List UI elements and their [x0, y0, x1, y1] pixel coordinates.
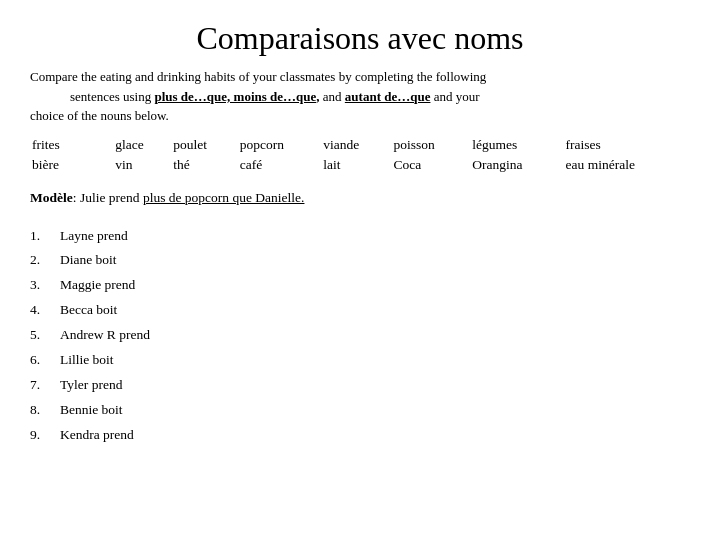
list-item: 3. Maggie prend	[30, 273, 690, 298]
noun-lait: lait	[323, 156, 391, 174]
exercises-list: 1. Layne prend 2. Diane boit 3. Maggie p…	[30, 224, 690, 449]
intro-line1: Compare the eating and drinking habits o…	[30, 69, 486, 84]
noun-vin: vin	[115, 156, 171, 174]
noun-cafe: café	[240, 156, 322, 174]
exercise-number-3: 3.	[30, 273, 60, 298]
noun-poisson: poisson	[394, 136, 471, 154]
noun-eau: eau minérale	[566, 156, 688, 174]
modele-colon: : Julie prend	[73, 190, 143, 205]
modele-section: Modèle: Julie prend plus de popcorn que …	[30, 190, 690, 206]
exercise-text-4: Becca boit	[60, 298, 690, 323]
noun-the: thé	[173, 156, 238, 174]
list-item: 1. Layne prend	[30, 224, 690, 249]
noun-fraises: fraises	[566, 136, 688, 154]
intro-bold1: plus de…que, moins de…que,	[154, 89, 319, 104]
noun-orangina: Orangina	[472, 156, 563, 174]
noun-popcorn: popcorn	[240, 136, 322, 154]
list-item: 6. Lillie boit	[30, 348, 690, 373]
nouns-table: frites glace poulet popcorn viande poiss…	[30, 134, 690, 176]
intro-indent: sentences using plus de…que, moins de…qu…	[30, 89, 480, 124]
exercise-text-5: Andrew R prend	[60, 323, 690, 348]
noun-biere: bière	[32, 156, 113, 174]
exercise-number-4: 4.	[30, 298, 60, 323]
exercise-text-3: Maggie prend	[60, 273, 690, 298]
exercise-text-9: Kendra prend	[60, 423, 690, 448]
page-title: Comparaisons avec noms	[30, 20, 690, 57]
exercise-number-2: 2.	[30, 248, 60, 273]
exercise-number-8: 8.	[30, 398, 60, 423]
modele-label: Modèle	[30, 190, 73, 205]
list-item: 9. Kendra prend	[30, 423, 690, 448]
intro-text: Compare the eating and drinking habits o…	[30, 67, 690, 126]
exercise-number-7: 7.	[30, 373, 60, 398]
list-item: 7. Tyler prend	[30, 373, 690, 398]
noun-legumes: légumes	[472, 136, 563, 154]
exercise-text-1: Layne prend	[60, 224, 690, 249]
page: Comparaisons avec noms Compare the eatin…	[0, 0, 720, 540]
intro-line2-part1: sentences using	[70, 89, 154, 104]
nouns-row-1: frites glace poulet popcorn viande poiss…	[32, 136, 688, 154]
exercise-number-1: 1.	[30, 224, 60, 249]
intro-line2-part3: and your	[430, 89, 479, 104]
noun-frites: frites	[32, 136, 113, 154]
exercise-text-6: Lillie boit	[60, 348, 690, 373]
intro-line2-part2: and	[320, 89, 345, 104]
exercise-number-5: 5.	[30, 323, 60, 348]
intro-bold2: autant de…que	[345, 89, 431, 104]
modele-example: plus de popcorn que Danielle.	[143, 190, 305, 205]
intro-line3: choice of the nouns below.	[30, 108, 169, 123]
exercise-number-6: 6.	[30, 348, 60, 373]
exercise-number-9: 9.	[30, 423, 60, 448]
exercise-text-8: Bennie boit	[60, 398, 690, 423]
noun-viande: viande	[323, 136, 391, 154]
list-item: 8. Bennie boit	[30, 398, 690, 423]
exercise-text-2: Diane boit	[60, 248, 690, 273]
list-item: 5. Andrew R prend	[30, 323, 690, 348]
list-item: 2. Diane boit	[30, 248, 690, 273]
list-item: 4. Becca boit	[30, 298, 690, 323]
noun-coca: Coca	[394, 156, 471, 174]
nouns-row-2: bière vin thé café lait Coca Orangina ea…	[32, 156, 688, 174]
noun-poulet: poulet	[173, 136, 238, 154]
exercise-text-7: Tyler prend	[60, 373, 690, 398]
noun-glace: glace	[115, 136, 171, 154]
